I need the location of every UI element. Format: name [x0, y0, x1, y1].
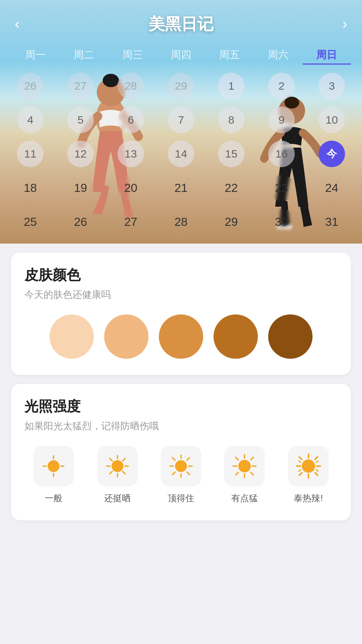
day-cell[interactable]: 27 [55, 70, 106, 102]
svg-line-26 [187, 458, 189, 460]
svg-point-28 [238, 460, 251, 472]
svg-line-43 [315, 473, 318, 475]
weekday-tue[interactable]: 周二 [59, 48, 108, 65]
sun-label-5: 泰热辣! [294, 492, 323, 504]
sun-icon-container-5 [288, 446, 329, 486]
day-cell[interactable]: 22 [206, 172, 256, 204]
sun-icon-container-3 [161, 446, 201, 486]
svg-line-18 [110, 471, 112, 474]
svg-line-44 [315, 457, 318, 459]
sun-icon-5 [296, 454, 321, 479]
day-cell[interactable]: 13 [106, 138, 156, 170]
day-cell[interactable]: 6 [106, 104, 156, 136]
sun-icon-container-2 [97, 446, 138, 486]
svg-point-5 [48, 460, 59, 472]
next-button[interactable]: › [342, 16, 347, 32]
svg-line-25 [187, 472, 189, 475]
svg-line-50 [299, 470, 301, 471]
svg-line-47 [316, 461, 318, 462]
svg-point-19 [175, 460, 187, 472]
day-cell[interactable]: 7 [156, 104, 206, 136]
day-cell[interactable]: 28 [106, 70, 156, 102]
svg-line-24 [173, 458, 175, 460]
day-cell[interactable]: 18 [5, 172, 55, 204]
day-cell[interactable]: 10 [307, 104, 357, 136]
svg-line-48 [299, 461, 301, 462]
day-cell[interactable]: 29 [206, 206, 256, 238]
sun-level-3[interactable]: 顶得住 [152, 446, 210, 504]
day-today[interactable]: 今 [307, 138, 357, 170]
weekday-mon[interactable]: 周一 [11, 48, 59, 65]
sun-icon-container-1 [33, 446, 74, 486]
day-cell[interactable]: 31 [307, 206, 357, 238]
day-cell[interactable]: 4 [5, 104, 55, 136]
skin-circle-2[interactable] [104, 314, 148, 359]
svg-line-42 [299, 457, 302, 459]
skin-card-subtitle: 今天的肤色还健康吗 [24, 288, 338, 301]
svg-line-17 [123, 458, 125, 461]
skin-circle-1[interactable] [49, 314, 94, 359]
day-cell[interactable]: 14 [156, 138, 206, 170]
day-cell[interactable]: 30 [256, 206, 307, 238]
sun-icon-2 [105, 454, 130, 479]
svg-line-49 [316, 470, 318, 471]
day-cell[interactable]: 28 [156, 206, 206, 238]
day-cell[interactable]: 9 [256, 104, 307, 136]
skin-circle-5[interactable] [268, 314, 313, 359]
weekday-sat[interactable]: 周六 [254, 48, 302, 65]
day-cell[interactable]: 21 [156, 172, 206, 204]
skin-color-card: 皮肤颜色 今天的肤色还健康吗 [11, 252, 351, 375]
skin-circle-3[interactable] [159, 314, 203, 359]
sun-icon-container-4 [224, 446, 265, 486]
light-card-subtitle: 如果阳光太猛烈，记得防晒伤哦 [24, 420, 338, 433]
page-title: 美黑日记 [148, 13, 214, 35]
day-cell[interactable]: 24 [307, 172, 357, 204]
day-cell[interactable]: 27 [106, 206, 156, 238]
day-cell[interactable]: 20 [106, 172, 156, 204]
day-cell[interactable]: 15 [206, 138, 256, 170]
weekday-fri[interactable]: 周五 [205, 48, 254, 65]
day-cell[interactable]: 5 [55, 104, 106, 136]
days-grid: 26 27 28 29 1 2 3 4 5 6 7 8 9 10 11 12 1… [0, 70, 362, 238]
sun-icon-1 [41, 454, 66, 479]
day-cell[interactable]: 3 [307, 70, 357, 102]
weekday-row: 周一 周二 周三 周四 周五 周六 周日 [0, 48, 362, 65]
svg-point-37 [302, 459, 315, 473]
svg-line-36 [236, 472, 238, 475]
prev-button[interactable]: ‹ [15, 16, 20, 32]
day-cell[interactable]: 26 [5, 70, 55, 102]
weekday-wed[interactable]: 周三 [108, 48, 157, 65]
light-card-title: 光照强度 [24, 397, 338, 416]
sun-level-1[interactable]: 一般 [24, 446, 83, 504]
day-cell[interactable]: 23 [256, 172, 307, 204]
svg-line-45 [299, 473, 302, 475]
sun-level-5[interactable]: 泰热辣! [279, 446, 338, 504]
sun-level-4[interactable]: 有点猛 [215, 446, 274, 504]
skin-card-title: 皮肤颜色 [24, 266, 338, 285]
below-fold: 皮肤颜色 今天的肤色还健康吗 光照强度 如果阳光太猛烈，记得防晒伤哦 [0, 252, 362, 544]
day-cell[interactable]: 1 [206, 70, 256, 102]
day-cell[interactable]: 2 [256, 70, 307, 102]
svg-line-33 [236, 457, 238, 460]
day-cell[interactable]: 11 [5, 138, 55, 170]
day-cell[interactable]: 26 [55, 206, 106, 238]
svg-point-10 [112, 460, 123, 472]
sun-level-2[interactable]: 还挺晒 [88, 446, 146, 504]
day-cell[interactable]: 8 [206, 104, 256, 136]
hero-section: 美黑日记 ‹ › 周一 周二 周三 周四 周五 周六 周日 26 27 28 2… [0, 0, 362, 244]
skin-circle-4[interactable] [214, 314, 258, 359]
sun-label-4: 有点猛 [231, 492, 258, 504]
weekday-thu[interactable]: 周四 [157, 48, 205, 65]
day-cell[interactable]: 19 [55, 172, 106, 204]
app-container: 美黑日记 ‹ › 周一 周二 周三 周四 周五 周六 周日 26 27 28 2… [0, 0, 362, 644]
day-cell[interactable]: 16 [256, 138, 307, 170]
sun-label-1: 一般 [45, 492, 62, 504]
sun-label-2: 还挺晒 [104, 492, 131, 504]
day-cell[interactable]: 25 [5, 206, 55, 238]
day-cell[interactable]: 29 [156, 70, 206, 102]
weekday-sun[interactable]: 周日 [303, 48, 351, 65]
sun-icon-4 [232, 454, 257, 479]
day-cell[interactable]: 12 [55, 138, 106, 170]
svg-line-35 [251, 457, 253, 460]
skin-circles-row [24, 314, 338, 359]
